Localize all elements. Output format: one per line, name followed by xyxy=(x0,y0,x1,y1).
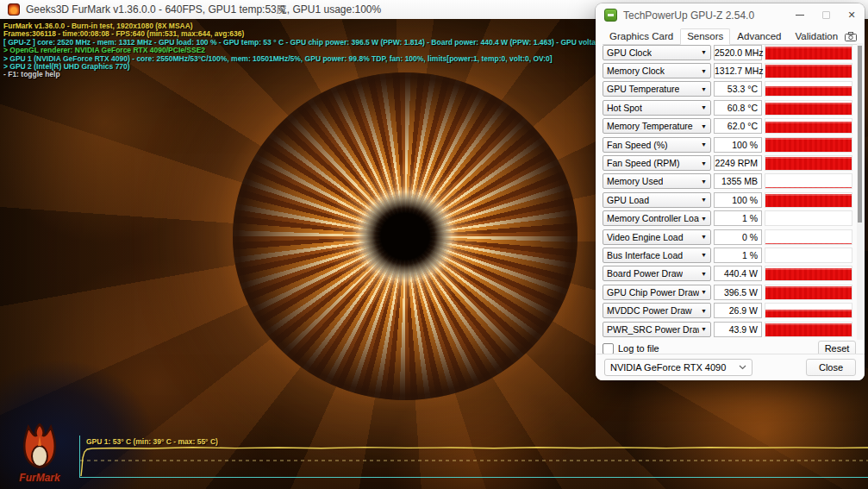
flame-icon xyxy=(16,423,63,472)
sensor-dropdown[interactable]: Fan Speed (%)▼ xyxy=(603,137,711,153)
sensor-value: 60.8 °C xyxy=(714,100,762,116)
minimize-button[interactable] xyxy=(787,3,813,27)
sensor-dropdown[interactable]: Video Engine Load▼ xyxy=(603,229,711,245)
sensor-dropdown[interactable]: Fan Speed (RPM)▼ xyxy=(603,155,711,171)
gpu-temp-curve xyxy=(80,436,868,478)
sensor-label: GPU Clock xyxy=(607,47,652,58)
scrollbar-thumb[interactable] xyxy=(858,46,862,223)
sensor-bar-graph xyxy=(765,81,852,97)
sensor-bar-graph xyxy=(765,248,852,263)
log-to-file-checkbox[interactable] xyxy=(603,343,614,354)
sensor-dropdown[interactable]: Hot Spot▼ xyxy=(603,100,711,116)
chevron-down-icon: ▼ xyxy=(701,49,707,55)
sensor-row: GPU Load▼100 % xyxy=(603,191,852,209)
sensor-row: PWR_SRC Power Draw▼43.9 W xyxy=(603,320,852,338)
sensor-row: GPU Temperature▼53.3 °C xyxy=(603,80,852,98)
sensor-dropdown[interactable]: Board Power Draw▼ xyxy=(603,266,711,281)
furmark-osd: FurMark v1.36.0.0 - Burn-in test, 1920x1… xyxy=(3,22,634,79)
chevron-down-icon: ▼ xyxy=(701,179,707,185)
sensor-row: Hot Spot▼60.8 °C xyxy=(603,98,852,116)
sensor-list: GPU Clock▼2520.0 MHzMemory Clock▼1312.7 … xyxy=(603,43,852,338)
sensor-label: GPU Load xyxy=(607,195,649,205)
sensor-bar-fill xyxy=(765,323,852,335)
furmark-logo-text: FurMark xyxy=(12,472,67,484)
gpuz-titlebar: TechPowerUp GPU-Z 2.54.0 ✕ xyxy=(596,3,865,27)
sensor-row: GPU Chip Power Draw▼396.5 W xyxy=(603,283,852,301)
sensor-bar-graph xyxy=(765,285,852,300)
sensor-dropdown[interactable]: Bus Interface Load▼ xyxy=(603,248,711,263)
sensor-dropdown[interactable]: Memory Temperature▼ xyxy=(603,118,711,134)
sensor-value: 1355 MB xyxy=(714,173,762,189)
chevron-down-icon: ▼ xyxy=(701,252,707,258)
sensor-dropdown[interactable]: GPU Chip Power Draw▼ xyxy=(603,285,711,300)
sensor-row: Memory Temperature▼62.0 °C xyxy=(603,117,852,135)
chevron-down-icon: ▼ xyxy=(701,104,707,110)
sensor-bar-graph xyxy=(765,210,852,226)
sensor-value: 440.4 W xyxy=(714,266,762,281)
close-window-button[interactable]: ✕ xyxy=(839,3,865,27)
sensor-label: Video Engine Load xyxy=(607,232,684,242)
device-select[interactable]: NVIDIA GeForce RTX 4090 xyxy=(604,359,752,376)
sensor-dropdown[interactable]: Memory Used▼ xyxy=(603,173,711,189)
sensor-dropdown[interactable]: PWR_SRC Power Draw▼ xyxy=(603,322,711,337)
log-to-file-label: Log to file xyxy=(618,343,659,354)
sensor-row: Bus Interface Load▼1 % xyxy=(603,246,852,264)
chevron-down-icon: ▼ xyxy=(701,68,707,74)
camera-icon[interactable] xyxy=(845,32,857,41)
sensor-value: 53.3 °C xyxy=(714,81,762,97)
sensor-label: Memory Used xyxy=(607,176,663,186)
gpuz-bottom-bar: NVIDIA GeForce RTX 4090 Close xyxy=(596,354,865,380)
maximize-button[interactable] xyxy=(813,3,839,27)
sensor-label: Memory Temperature xyxy=(607,121,693,131)
sensor-dropdown[interactable]: MVDDC Power Draw▼ xyxy=(603,303,711,318)
chevron-down-icon: ▼ xyxy=(701,234,707,240)
sensor-row: Memory Clock▼1312.7 MHz xyxy=(603,61,852,79)
sensor-label: Bus Interface Load xyxy=(607,250,683,260)
sensor-value: 396.5 W xyxy=(714,285,762,300)
sensor-row: Video Engine Load▼0 % xyxy=(603,228,852,246)
sensor-dropdown[interactable]: GPU Temperature▼ xyxy=(603,81,711,97)
sensor-dropdown[interactable]: Memory Controller Load▼ xyxy=(603,210,711,226)
sensor-bar-graph xyxy=(765,266,852,281)
chevron-down-icon: ▼ xyxy=(701,308,707,314)
sensor-value: 26.9 W xyxy=(714,303,762,318)
device-select-value: NVIDIA GeForce RTX 4090 xyxy=(610,362,726,373)
sensor-bar-graph xyxy=(765,63,852,78)
sensor-label: MVDDC Power Draw xyxy=(607,305,692,316)
sensor-label: GPU Temperature xyxy=(607,84,679,94)
sensor-bar-graph xyxy=(765,173,852,189)
gpu-temp-graph: GPU 1: 53° C (min: 39° C - max: 55° C) xyxy=(79,436,868,478)
sensor-scrollbar[interactable] xyxy=(857,43,863,340)
sensor-bar-graph xyxy=(765,229,852,245)
osd-line: - F1: toggle help xyxy=(3,71,634,78)
chevron-down-icon: ▼ xyxy=(701,197,707,203)
sensor-dropdown[interactable]: Memory Clock▼ xyxy=(603,63,711,78)
sensor-dropdown[interactable]: GPU Clock▼ xyxy=(603,45,711,60)
sensor-value: 2249 RPM xyxy=(714,155,762,171)
sensor-row: Memory Used▼1355 MB xyxy=(603,172,852,191)
chevron-down-icon: ▼ xyxy=(701,123,707,129)
close-button[interactable]: Close xyxy=(806,359,856,376)
sensor-bar-fill xyxy=(765,268,852,281)
sensor-bar-fill xyxy=(765,103,852,114)
furmark-window-title: Geeks3D FurMark v1.36.0.0 - 640FPS, GPU1… xyxy=(26,3,381,17)
sensor-bar-fill xyxy=(765,138,852,151)
chevron-down-icon: ▼ xyxy=(701,160,707,166)
sensor-dropdown[interactable]: GPU Load▼ xyxy=(603,192,711,208)
sensor-bar-fill xyxy=(765,122,852,133)
sensor-bar-graph xyxy=(765,322,852,337)
sensor-bar-graph xyxy=(765,118,852,134)
sensor-bar-graph xyxy=(765,137,852,153)
sensor-value: 1 % xyxy=(714,210,762,226)
furmark-logo: FurMark xyxy=(12,423,67,484)
osd-line: > GPU 2 (Intel(R) UHD Graphics 770) xyxy=(3,63,634,71)
sensor-label: Fan Speed (RPM) xyxy=(607,158,680,168)
sensor-row: Board Power Draw▼440.4 W xyxy=(603,265,852,283)
desktop: Geeks3D FurMark v1.36.0.0 - 640FPS, GPU1… xyxy=(0,0,868,489)
sensor-value: 100 % xyxy=(714,192,762,208)
sensor-value: 1312.7 MHz xyxy=(714,63,762,78)
chevron-down-icon: ▼ xyxy=(701,141,707,147)
sensor-row: Fan Speed (%)▼100 % xyxy=(603,135,852,154)
sensor-bar-fill xyxy=(765,65,852,78)
burning-eye-graphic xyxy=(233,72,578,400)
